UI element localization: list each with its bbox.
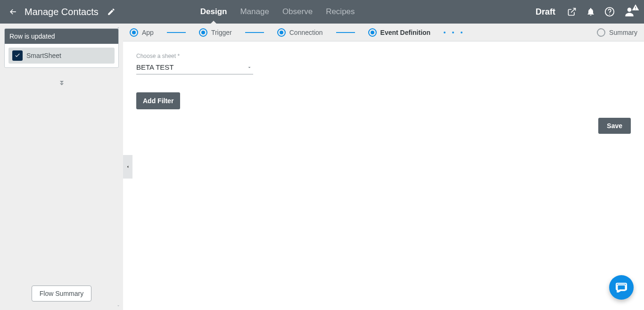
step-label: Connection — [289, 29, 323, 36]
step-connector — [245, 32, 264, 33]
step-app[interactable]: App — [130, 28, 154, 37]
step-radio-done-icon — [199, 28, 207, 37]
header-right: Draft — [536, 6, 636, 18]
tab-manage[interactable]: Manage — [240, 0, 269, 24]
sheet-field-label: Choose a sheet * — [136, 53, 631, 59]
back-arrow-icon[interactable] — [8, 7, 18, 16]
tab-design[interactable]: Design — [200, 0, 227, 24]
collapse-sidebar-handle[interactable] — [123, 155, 132, 179]
step-summary[interactable]: Summary — [597, 28, 637, 37]
header-left: Manage Contacts — [8, 7, 116, 17]
open-external-icon[interactable] — [567, 7, 577, 17]
app-chip-label: SmartSheet — [26, 52, 61, 59]
tab-label: Manage — [240, 7, 269, 16]
tab-label: Recipes — [326, 7, 355, 16]
step-label: Trigger — [211, 29, 232, 36]
header-tabs: Design Manage Observe Recipes — [200, 0, 355, 24]
step-radio-done-icon — [277, 28, 286, 37]
step-label: Summary — [609, 29, 637, 36]
chevron-down-icon — [247, 65, 252, 70]
step-label: App — [142, 29, 154, 36]
page-title: Manage Contacts — [25, 7, 99, 17]
expand-down-icon[interactable] — [57, 78, 66, 90]
wizard-stepper: App Trigger Connection Event Definition … — [123, 24, 644, 41]
app-header: Manage Contacts Design Manage Observe Re… — [0, 0, 644, 24]
step-radio-empty-icon — [597, 28, 605, 37]
trigger-card-title: Row is updated — [5, 29, 118, 44]
svg-point-2 — [627, 8, 632, 12]
notifications-icon[interactable] — [586, 7, 596, 17]
step-trigger[interactable]: Trigger — [199, 28, 232, 37]
tab-label: Observe — [282, 7, 313, 16]
chat-icon — [615, 281, 627, 294]
sidebar: Row is updated SmartSheet Flow Summary — [0, 24, 123, 310]
help-icon[interactable] — [604, 7, 615, 17]
tab-label: Design — [200, 7, 227, 16]
step-content: Choose a sheet * BETA TEST Add Filter Sa… — [123, 41, 644, 121]
main-panel: App Trigger Connection Event Definition … — [123, 24, 644, 310]
tab-observe[interactable]: Observe — [282, 0, 313, 24]
flow-summary-button[interactable]: Flow Summary — [32, 286, 91, 302]
step-event-definition[interactable]: Event Definition — [368, 28, 431, 37]
trigger-card-body: SmartSheet — [5, 44, 118, 67]
edit-title-icon[interactable] — [107, 8, 116, 16]
sheet-select[interactable]: BETA TEST — [136, 61, 253, 74]
trigger-card: Row is updated SmartSheet — [4, 28, 119, 68]
smartsheet-icon — [12, 50, 23, 61]
sheet-select-value: BETA TEST — [136, 63, 173, 71]
app-chip[interactable]: SmartSheet — [8, 48, 115, 64]
step-connection[interactable]: Connection — [277, 28, 323, 37]
step-connector — [167, 32, 186, 33]
step-connector-pending — [444, 32, 462, 33]
warning-badge-icon — [632, 4, 639, 13]
chat-fab[interactable] — [609, 275, 634, 300]
step-radio-done-icon — [130, 28, 138, 37]
save-button[interactable]: Save — [598, 118, 631, 134]
user-menu[interactable] — [623, 6, 636, 18]
workspace: Row is updated SmartSheet Flow Summary — [0, 24, 644, 310]
step-radio-done-icon — [368, 28, 377, 37]
step-label: Event Definition — [380, 29, 431, 36]
workflow-status: Draft — [536, 7, 555, 17]
step-connector — [336, 32, 355, 33]
add-filter-button[interactable]: Add Filter — [136, 92, 180, 109]
tab-recipes[interactable]: Recipes — [326, 0, 355, 24]
svg-point-1 — [609, 14, 610, 15]
